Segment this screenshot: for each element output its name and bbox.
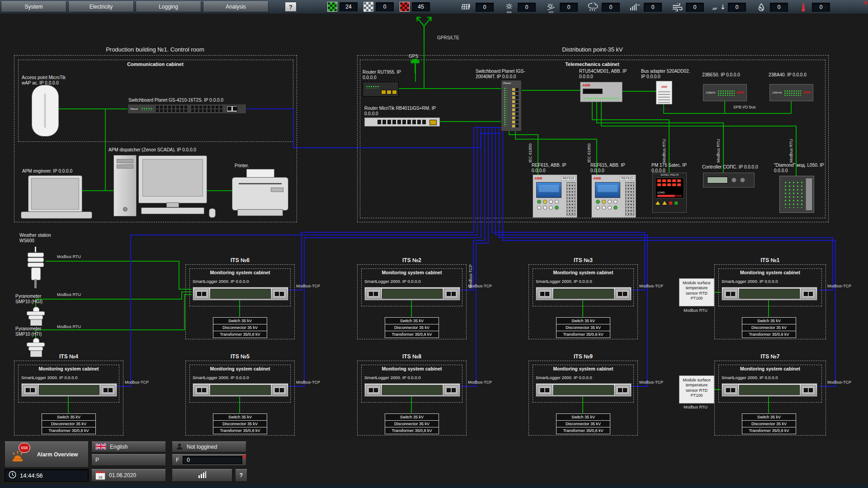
ba40-module-device[interactable]: 23BA40 ABB [769, 84, 813, 101]
smartlogger-device[interactable] [536, 383, 632, 397]
equipment-table: Switch 35 kV Disconnector 35 kV Transfor… [556, 413, 610, 434]
router-rut955-label: Router RUT955. IP 0.0.0.0 [363, 70, 408, 80]
its-title: ITS №2 [358, 257, 466, 263]
sensor-value: 0 [770, 3, 788, 12]
controller-sopc-device[interactable] [703, 173, 755, 188]
igs20040-switch-device[interactable]: Planet [501, 80, 522, 131]
ethernet-port [381, 90, 386, 94]
smartlogger-device[interactable] [193, 287, 288, 300]
modbus-rtu-label: Modbus RTU [684, 405, 708, 409]
menu-analysis[interactable]: Analysis [203, 1, 269, 12]
equipment-table: Switch 35 kV Disconnector 35 kV Transfor… [213, 413, 267, 434]
diamond-module-device[interactable] [779, 176, 814, 213]
dispatcher-pc-tower[interactable] [113, 155, 137, 216]
router-rb4011-device[interactable] [364, 117, 440, 127]
dispatcher-monitor[interactable] [138, 155, 207, 203]
smartlogger-label: SmartLogger 2000. IP 0.0.0.0 [722, 375, 778, 380]
pyranometer-hgi-device[interactable] [26, 307, 46, 326]
gs4210-switch-device[interactable]: Planet [127, 104, 246, 114]
table-row: Transformer 35/0,8 kV [742, 427, 796, 434]
sensor-value: 0 [518, 3, 536, 12]
led-column [625, 182, 634, 216]
ref615-relay-2-device[interactable]: ABB REF615 [591, 174, 636, 218]
smartlogger-label: SmartLogger 2000. IP 0.0.0.0 [193, 279, 249, 284]
ref615-1-label: REF615, ABB. IP 0.0.0.0 [532, 163, 577, 173]
ref615-relay-1-device[interactable]: ABB REF615 [533, 174, 577, 218]
port-group [156, 105, 189, 113]
modbus-rtu-label: Modbus RTU [57, 324, 81, 329]
gs-switch-label: Switchboard Planet GS-4210-16T2S. IP 0.0… [128, 98, 264, 103]
pm175-meter-device[interactable]: SATEC PM175 LOAD [652, 173, 687, 213]
weather-station-device[interactable] [26, 247, 46, 288]
bus-adapter-device[interactable]: ABB 520ADD02 [656, 81, 672, 104]
modbus-tcp-label: Modbus-TCP [639, 380, 663, 385]
device-detail [28, 253, 44, 257]
table-row: Switch 35 kV [385, 318, 439, 324]
footer-help-button[interactable]: ? [235, 469, 247, 482]
its-section-3: ITS №3 Monitoring system cabinet SmartLo… [528, 264, 638, 339]
alarm-red-icon [400, 2, 410, 12]
communication-cabinet-title: Communication cabinet [18, 61, 292, 67]
its-title: ITS №1 [715, 257, 826, 263]
smartlogger-label: SmartLogger 2000. IP 0.0.0.0 [21, 375, 77, 380]
modbus-tcp-label: Modbus-TCP [827, 380, 851, 385]
modbus-rtu-label: Modbus RTU [57, 254, 81, 259]
humidity-icon [755, 2, 768, 13]
menu-system[interactable]: System [1, 1, 66, 12]
alarm-marker-icon [863, 1, 867, 5]
port-group [723, 289, 738, 299]
login-button[interactable]: Not loggined [172, 441, 246, 452]
alarm-overview-button[interactable]: 658 Alarm Overview [5, 441, 89, 468]
alarm-green-icon [327, 2, 337, 12]
gti-icon: GTI [544, 2, 558, 13]
cabinet-title: Monitoring system cabinet [719, 366, 821, 371]
smartlogger-device[interactable] [722, 383, 817, 397]
p-field[interactable]: P [91, 454, 166, 466]
port-group [366, 289, 381, 299]
access-point-device[interactable] [32, 85, 59, 136]
ghi-icon: GHI [502, 2, 516, 13]
device-detail [657, 179, 682, 182]
printer-tray [237, 209, 283, 216]
table-row: Switch 35 kV [213, 414, 267, 420]
equipment-table: Switch 35 kV Disconnector 35 kV Transfor… [556, 317, 610, 338]
its-title: ITS №3 [529, 257, 637, 263]
led-column [566, 182, 576, 216]
router-rut955-device[interactable] [363, 82, 399, 97]
alarm-counters: 24 0 45 [327, 2, 430, 12]
smartlogger-device[interactable] [364, 383, 460, 397]
device-detail [123, 207, 127, 211]
be50-module-device[interactable]: 23BE50 ABB [703, 84, 747, 101]
f-field[interactable]: F 0 [172, 454, 246, 466]
rtu54cmd01-device[interactable]: ABB [580, 82, 623, 102]
cabinet-title: Monitoring system cabinet [362, 366, 462, 371]
chart-button[interactable] [172, 469, 232, 482]
port-group [444, 385, 458, 395]
bottom-strip [0, 484, 868, 488]
led-strip [365, 85, 379, 89]
smartlogger-device[interactable] [722, 287, 817, 300]
p-label: P [95, 457, 99, 463]
ethernet-port [387, 90, 392, 94]
port-group [194, 385, 209, 395]
pyranometer-hgi-label: Pyranometer SMP10 (HGI) [15, 294, 54, 304]
menu-logging[interactable]: Logging [136, 1, 201, 12]
engineer-laptop[interactable] [28, 175, 82, 212]
smartlogger-device[interactable] [21, 383, 117, 397]
table-row: Transformer 35/0,8 kV [213, 427, 267, 434]
smartlogger-device[interactable] [536, 287, 632, 300]
cabinet-title: Monitoring system cabinet [719, 270, 821, 275]
modbus-tcp-label: Modbus-TCP [468, 380, 492, 385]
precipitation-icon [586, 2, 600, 13]
menu-electricity[interactable]: Electricity [68, 1, 134, 12]
smartlogger-device[interactable] [364, 287, 460, 300]
help-button[interactable]: ? [285, 2, 297, 12]
its-title: ITS №7 [715, 353, 826, 360]
telemechanics-cabinet-title: Telemechanics cabinet [360, 61, 825, 67]
smartlogger-label: SmartLogger 2000. IP 0.0.0.0 [364, 375, 420, 380]
planet-logo: Planet [503, 82, 511, 84]
date-button[interactable]: 28 01.06.2020 [91, 469, 166, 482]
smartlogger-device[interactable] [193, 383, 288, 397]
language-button[interactable]: English [91, 441, 166, 452]
printer-device[interactable] [232, 177, 288, 211]
